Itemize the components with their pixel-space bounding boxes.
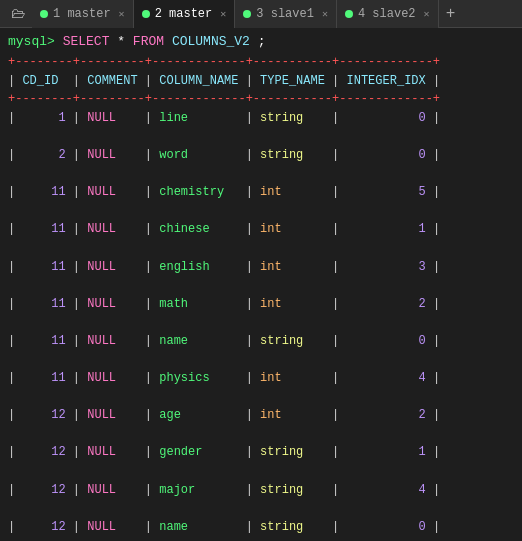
tab1-label: 1 master: [53, 7, 111, 21]
tab2-close[interactable]: ✕: [220, 8, 226, 20]
tab-4-slave2[interactable]: 4 slave2 ✕: [337, 0, 439, 28]
tab2-dot: [142, 10, 150, 18]
sql-semicolon: ;: [258, 34, 266, 49]
tab2-label: 2 master: [155, 7, 213, 21]
tab3-dot: [243, 10, 251, 18]
tab4-dot: [345, 10, 353, 18]
tab1-close[interactable]: ✕: [119, 8, 125, 20]
sql-keyword-select: SELECT: [63, 34, 110, 49]
tab-1-master[interactable]: 1 master ✕: [32, 0, 134, 28]
tab3-label: 3 slave1: [256, 7, 314, 21]
prompt-prefix: mysql>: [8, 34, 55, 49]
tab-2-master[interactable]: 2 master ✕: [134, 0, 236, 28]
sql-prompt: mysql> SELECT * FROM COLUMNS_V2 ;: [8, 34, 514, 49]
sql-table-name: COLUMNS_V2: [172, 34, 250, 49]
tab1-dot: [40, 10, 48, 18]
folder-icon[interactable]: 🗁: [4, 0, 32, 28]
sql-keyword-from: FROM: [133, 34, 164, 49]
content-area: mysql> SELECT * FROM COLUMNS_V2 ; +-----…: [0, 28, 522, 541]
tab3-close[interactable]: ✕: [322, 8, 328, 20]
tab4-close[interactable]: ✕: [424, 8, 430, 20]
tab-3-slave1[interactable]: 3 slave1 ✕: [235, 0, 337, 28]
sql-star: *: [117, 34, 133, 49]
tab-bar: 🗁 1 master ✕ 2 master ✕ 3 slave1 ✕ 4 sla…: [0, 0, 522, 28]
new-tab-button[interactable]: +: [439, 0, 463, 28]
tab4-label: 4 slave2: [358, 7, 416, 21]
db-output: +--------+---------+-------------+------…: [8, 53, 514, 541]
